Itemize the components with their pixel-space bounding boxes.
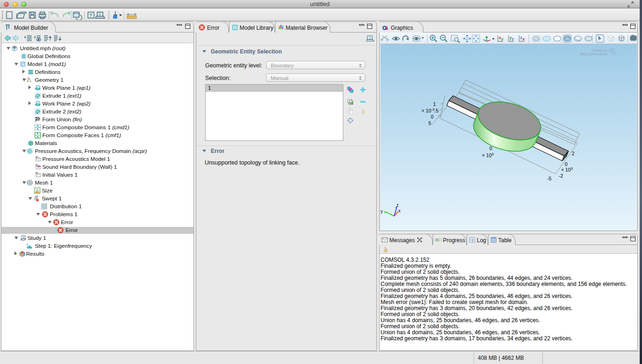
svg-text:× 10-3.5: × 10-3.5 xyxy=(421,107,439,113)
svg-text:5: 5 xyxy=(428,120,431,126)
svg-text:x: x xyxy=(522,37,525,41)
svg-text:z: z xyxy=(512,37,514,41)
svg-text:MULTIPHYSICS: MULTIPHYSICS xyxy=(580,52,608,56)
svg-text:?: ? xyxy=(89,13,93,18)
svg-text:?: ? xyxy=(369,36,371,40)
svg-text:-2: -2 xyxy=(559,173,563,179)
svg-text:0: 0 xyxy=(565,161,568,167)
svg-text:?: ? xyxy=(99,13,101,17)
svg-text:-5: -5 xyxy=(547,176,551,181)
svg-text:z: z xyxy=(396,203,399,208)
svg-text:2: 2 xyxy=(572,151,575,156)
svg-text:1: 1 xyxy=(433,101,436,107)
svg-text:x: x xyxy=(398,208,401,213)
svg-text:0: 0 xyxy=(489,146,492,151)
svg-text:y: y xyxy=(501,37,503,41)
svg-text:0: 0 xyxy=(431,114,434,119)
svg-text:y: y xyxy=(381,209,383,214)
